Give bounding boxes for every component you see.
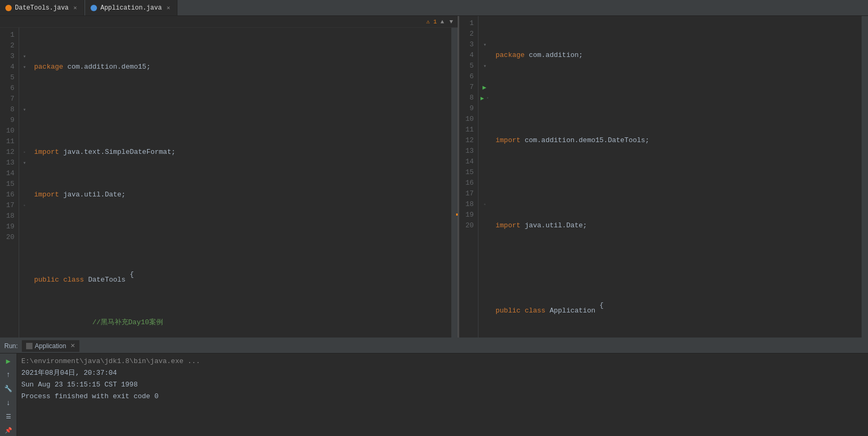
code-line-6: public class DateTools {	[34, 275, 449, 285]
rcode-line-7: public class Application {	[496, 306, 859, 316]
tab-application-label: Application.java	[100, 4, 161, 12]
nav-down-btn[interactable]: ▼	[448, 19, 455, 25]
rcode-line-1: package com.addition;	[496, 50, 859, 61]
fold-icon-r5[interactable]: ▾	[483, 63, 486, 69]
run-layout-btn[interactable]: ☰	[3, 412, 14, 422]
code-view-left: 12345 678910 1112131415 1617181920 ▾ ▾ ▾…	[0, 28, 458, 338]
line-numbers-left: 12345 678910 1112131415 1617181920	[0, 28, 19, 338]
run-tab-close[interactable]: ✕	[70, 342, 75, 349]
nav-up-btn[interactable]: ▲	[439, 19, 446, 25]
scrollbar-right[interactable]	[862, 16, 868, 338]
run-tab-label: Application	[35, 342, 66, 350]
dot-icon-12: ◦	[23, 150, 26, 155]
rcode-line-3: import com.addition.demo15.DateTools;	[496, 135, 859, 146]
tab-application[interactable]: Application.java ✕	[85, 0, 177, 15]
run-label: Run:	[4, 342, 18, 350]
run-output: E:\environment\java\jdk1.8\bin\java.exe …	[17, 353, 868, 436]
editor-area: ⚠ 1 ▲ ▼ 12345 678910 1112131415 16171819…	[0, 16, 868, 338]
run-up-btn[interactable]: ↑	[3, 369, 14, 380]
warning-badge: ⚠ 1	[426, 18, 437, 25]
fold-icon-8[interactable]: ▾	[23, 106, 26, 113]
datetools-icon	[5, 5, 12, 11]
tab-bar: DateTools.java ✕ Application.java ✕	[0, 0, 868, 16]
run-panel: Run: Application ✕ ▶ ↑ 🔧 ↓ ☰ 📌 E:\enviro…	[0, 338, 868, 436]
warn-stripe	[456, 213, 458, 216]
tab-datetools-close[interactable]: ✕	[72, 4, 79, 12]
run-pin-btn[interactable]: 📌	[3, 425, 14, 436]
dot-icon-r8: ◦	[486, 95, 489, 101]
code-content-left[interactable]: package com.addition.demo15; import java…	[30, 28, 451, 338]
code-line-4: import java.util.Date;	[34, 190, 449, 200]
code-view-right: 12345 678910 1112131415 1617181920 ▾ ▾ ▶…	[459, 16, 868, 338]
run-output-line-1: 2021年08月04日, 20:37:04	[21, 367, 864, 379]
editor-panel-right: 12345 678910 1112131415 1617181920 ▾ ▾ ▶…	[459, 16, 868, 338]
tab-datetools-label: DateTools.java	[15, 4, 69, 12]
tab-application-close[interactable]: ✕	[165, 4, 172, 12]
code-line-7: //黑马补充Day10案例	[34, 317, 449, 328]
tab-datetools[interactable]: DateTools.java ✕	[0, 0, 84, 15]
run-icon-8[interactable]: ▶	[481, 95, 484, 102]
rcode-line-4	[496, 178, 859, 188]
run-down-btn[interactable]: ↓	[3, 398, 14, 408]
run-tab-icon	[26, 343, 33, 349]
rcode-line-2	[496, 93, 859, 103]
run-tab-application[interactable]: Application ✕	[22, 340, 79, 352]
gutter-right: ▾ ▾ ▶ ▶ ◦ ◦	[478, 16, 491, 338]
gutter-left: ▾ ▾ ▾ ◦ ▾ ◦	[19, 28, 30, 338]
code-line-5	[34, 232, 449, 243]
code-line-2	[34, 104, 449, 115]
line-numbers-right: 12345 678910 1112131415 1617181920	[459, 16, 478, 338]
scrollbar-left[interactable]	[451, 28, 458, 338]
run-icon-7[interactable]: ▶	[482, 84, 486, 92]
run-wrench-btn[interactable]: 🔧	[3, 383, 14, 394]
fold-icon-4[interactable]: ▾	[23, 64, 26, 70]
run-cmd-line: E:\environment\java\jdk1.8\bin\java.exe …	[21, 356, 864, 367]
rcode-line-5: import java.util.Date;	[496, 220, 859, 231]
code-content-right[interactable]: package com.addition; import com.additio…	[491, 16, 862, 338]
fold-icon-13[interactable]: ▾	[23, 160, 26, 166]
run-play-btn[interactable]: ▶	[3, 356, 14, 366]
fold-icon-3[interactable]: ▾	[23, 53, 26, 60]
application-icon	[91, 5, 97, 11]
dot-icon-17: ◦	[23, 203, 26, 209]
run-panel-header: Run: Application ✕	[0, 339, 868, 353]
editor-toolbar-left: ⚠ 1 ▲ ▼	[0, 16, 458, 28]
dot-icon-r18: ◦	[483, 202, 486, 208]
rcode-line-6	[496, 263, 859, 274]
run-output-line-4: Process finished with exit code 0	[21, 391, 864, 402]
code-line-3: import java.text.SimpleDateFormat;	[34, 147, 449, 158]
run-sidebar: ▶ ↑ 🔧 ↓ ☰ 📌	[0, 353, 17, 436]
run-body: ▶ ↑ 🔧 ↓ ☰ 📌 E:\environment\java\jdk1.8\b…	[0, 353, 868, 436]
fold-icon-r3[interactable]: ▾	[483, 42, 486, 48]
editor-panel-left: ⚠ 1 ▲ ▼ 12345 678910 1112131415 16171819…	[0, 16, 458, 338]
code-line-1: package com.addition.demo15;	[34, 62, 449, 72]
run-output-line-2: Sun Aug 23 15:15:15 CST 1998	[21, 379, 864, 391]
